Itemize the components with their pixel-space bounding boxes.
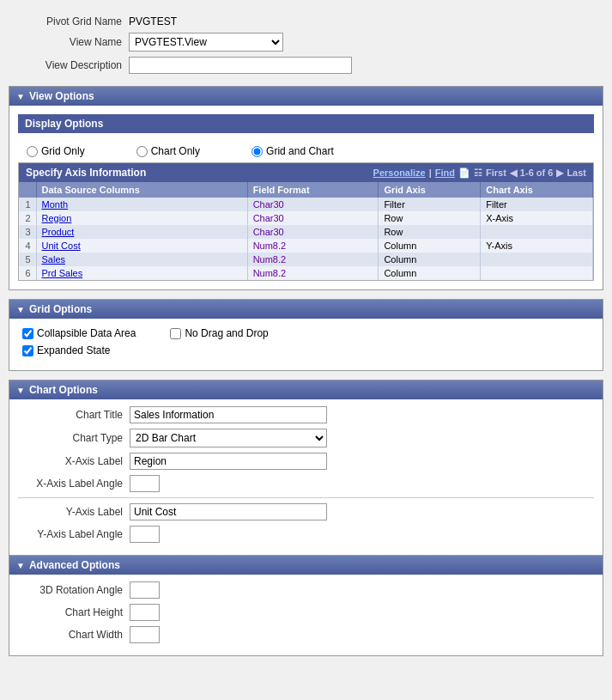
chart-options-body: Chart Title Chart Type 2D Bar Chart 3D B… <box>9 399 603 555</box>
view-options-triangle: ▼ <box>16 92 25 101</box>
data-source-cell[interactable]: Unit Cost <box>36 239 247 253</box>
y-axis-label-input[interactable] <box>130 503 327 520</box>
chart-divider <box>18 497 594 498</box>
grid-options-section: ▼ Grid Options Collapsible Data Area No … <box>9 299 603 371</box>
col-num <box>19 182 36 198</box>
advanced-options-header[interactable]: ▼ Advanced Options <box>9 556 603 575</box>
table-row: 3 Product Char30 Row <box>19 225 593 239</box>
chart-axis-cell: X-Axis <box>481 211 593 225</box>
y-axis-angle-input[interactable] <box>130 526 160 543</box>
chart-width-input[interactable] <box>130 626 160 643</box>
radio-grid-and-chart-label: Grid and Chart <box>266 145 334 157</box>
col-data-source: Data Source Columns <box>36 182 247 198</box>
pivot-grid-name-value: PVGTEST <box>129 15 177 27</box>
view-name-select[interactable]: PVGTEST.View <box>129 33 283 52</box>
axis-table: Data Source Columns Field Format Grid Ax… <box>19 182 593 280</box>
view-description-row: View Description <box>17 57 595 74</box>
table-row: 5 Sales Num8.2 Column <box>19 253 593 266</box>
rotation-input[interactable] <box>130 581 160 599</box>
page: Pivot Grid Name PVGTEST View Name PVGTES… <box>0 0 612 673</box>
field-format-cell: Char30 <box>247 225 379 239</box>
chart-width-label: Chart Width <box>18 629 130 641</box>
x-axis-angle-row: X-Axis Label Angle <box>18 475 594 492</box>
chart-height-input[interactable] <box>130 604 160 621</box>
data-source-cell[interactable]: Prd Sales <box>36 266 247 280</box>
chart-options-label: Chart Options <box>29 384 98 396</box>
grid-axis-cell: Row <box>379 211 481 225</box>
radio-grid-only: Grid Only <box>27 145 85 157</box>
find-link[interactable]: Find <box>435 167 455 178</box>
y-axis-angle-label: Y-Axis Label Angle <box>18 528 130 540</box>
grid-options-row2: Expanded State <box>22 344 590 356</box>
chart-axis-cell: Y-Axis <box>481 239 593 253</box>
grid-axis-cell: Column <box>379 253 481 266</box>
personalize-link[interactable]: Personalize <box>373 167 426 178</box>
field-format-cell: Num8.2 <box>247 253 379 266</box>
prev-icon[interactable]: ◀ <box>510 167 517 179</box>
field-format-cell: Num8.2 <box>247 239 379 253</box>
radio-grid-only-label: Grid Only <box>41 145 85 157</box>
view-name-label: View Name <box>17 36 129 48</box>
data-source-cell[interactable]: Region <box>36 211 247 225</box>
col-field-format: Field Format <box>247 182 379 198</box>
x-axis-label-row: X-Axis Label <box>18 453 594 470</box>
view-name-select-wrapper: PVGTEST.View <box>129 33 283 52</box>
row-num: 4 <box>19 239 36 253</box>
chart-title-input[interactable] <box>130 406 327 423</box>
grid-options-header[interactable]: ▼ Grid Options <box>9 300 603 319</box>
data-source-cell[interactable]: Month <box>36 198 247 211</box>
data-source-cell[interactable]: Product <box>36 225 247 239</box>
axis-section: Specify Axis Information Personalize | F… <box>18 162 594 281</box>
first-label: First <box>486 167 506 178</box>
field-format-cell: Num8.2 <box>247 266 379 280</box>
display-options-header: Display Options <box>18 114 594 133</box>
top-form: Pivot Grid Name PVGTEST View Name PVGTES… <box>9 9 603 86</box>
no-drag-checkbox[interactable] <box>170 328 181 339</box>
last-label: Last <box>567 167 586 178</box>
view-description-label: View Description <box>17 59 129 71</box>
field-format-cell: Char30 <box>247 198 379 211</box>
view-options-header[interactable]: ▼ View Options <box>9 87 603 106</box>
chart-title-label: Chart Title <box>18 409 130 421</box>
data-source-cell[interactable]: Sales <box>36 253 247 266</box>
table-row: 4 Unit Cost Num8.2 Column Y-Axis <box>19 239 593 253</box>
icon-grid[interactable]: ☷ <box>474 167 482 179</box>
radio-grid-and-chart-input[interactable] <box>251 146 263 157</box>
x-axis-angle-input[interactable] <box>130 475 160 492</box>
chart-title-row: Chart Title <box>18 406 594 423</box>
no-drag-checkbox-item: No Drag and Drop <box>170 327 268 339</box>
col-chart-axis: Chart Axis <box>481 182 593 198</box>
x-axis-label-label: X-Axis Label <box>18 455 130 467</box>
chart-type-select[interactable]: 2D Bar Chart 3D Bar Chart Line Chart Pie… <box>130 429 327 447</box>
next-icon[interactable]: ▶ <box>556 167 563 179</box>
pivot-grid-name-row: Pivot Grid Name PVGTEST <box>17 15 595 27</box>
radio-chart-only-label: Chart Only <box>151 145 200 157</box>
chart-height-row: Chart Height <box>18 604 594 621</box>
row-num: 3 <box>19 225 36 239</box>
radio-grid-and-chart: Grid and Chart <box>251 145 334 157</box>
axis-header-title: Specify Axis Information <box>26 167 146 179</box>
radio-chart-only-input[interactable] <box>136 146 148 157</box>
collapsible-checkbox[interactable] <box>22 328 33 339</box>
x-axis-label-input[interactable] <box>130 453 327 470</box>
grid-options-triangle: ▼ <box>16 305 25 314</box>
expanded-checkbox-item: Expanded State <box>22 344 110 356</box>
view-description-input[interactable] <box>129 57 352 74</box>
advanced-options-triangle: ▼ <box>16 561 25 570</box>
view-name-row: View Name PVGTEST.View <box>17 33 595 52</box>
no-drag-label: No Drag and Drop <box>185 327 268 339</box>
expanded-label: Expanded State <box>37 344 110 356</box>
radio-grid-only-input[interactable] <box>27 146 38 157</box>
view-options-label: View Options <box>29 90 94 102</box>
pagination-label: 1-6 of 6 <box>520 167 554 178</box>
collapsible-checkbox-item: Collapsible Data Area <box>22 327 136 339</box>
grid-axis-cell: Filter <box>379 198 481 211</box>
grid-axis-cell: Column <box>379 266 481 280</box>
chart-axis-cell <box>481 266 593 280</box>
expanded-checkbox[interactable] <box>22 345 33 356</box>
icon-export[interactable]: 📄 <box>458 167 470 179</box>
table-row: 6 Prd Sales Num8.2 Column <box>19 266 593 280</box>
view-options-section: ▼ View Options Display Options Grid Only… <box>9 86 603 290</box>
pivot-grid-name-label: Pivot Grid Name <box>17 15 129 27</box>
chart-options-header[interactable]: ▼ Chart Options <box>9 380 603 399</box>
